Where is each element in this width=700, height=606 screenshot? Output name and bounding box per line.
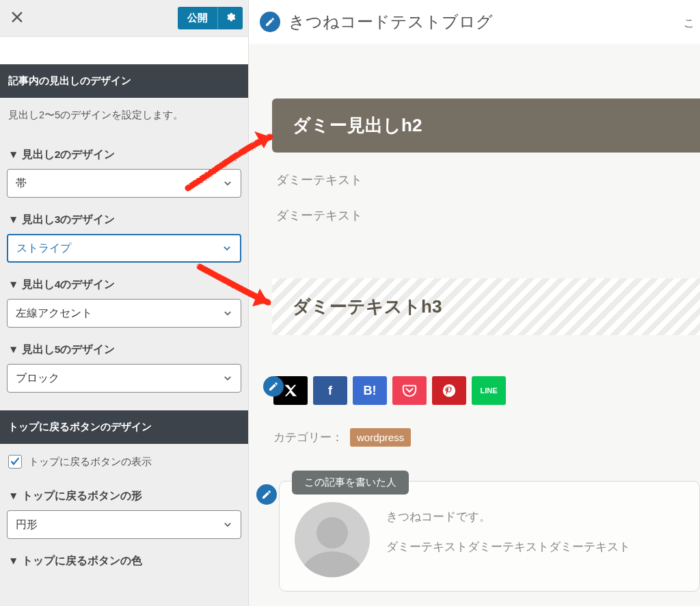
close-icon[interactable]	[11, 10, 23, 27]
chevron-down-icon	[223, 179, 232, 188]
top-button-color-label: ▼ トップに戻るボタンの色	[0, 544, 248, 575]
publish-button[interactable]: 公開	[178, 7, 217, 29]
gear-icon	[225, 13, 236, 25]
chevron-down-icon	[223, 373, 232, 383]
preview-h2: ダミー見出しh2	[272, 98, 700, 153]
line-icon-label: LINE	[480, 386, 497, 395]
svg-point-0	[443, 384, 455, 397]
avatar	[295, 502, 370, 577]
author-line: きつねコードです。	[386, 502, 630, 532]
share-pocket-button[interactable]	[392, 376, 427, 405]
preview-h3: ダミーテキストh3	[272, 278, 700, 335]
h4-design-select[interactable]: 左線アクセント	[7, 299, 241, 328]
show-top-button-checkbox[interactable]	[8, 455, 22, 469]
sidebar-header: 公開	[0, 0, 248, 37]
category-label: カテゴリー：	[273, 430, 343, 445]
publish-button-group: 公開	[178, 7, 243, 29]
show-top-button-label: トップに戻るボタンの表示	[29, 456, 152, 469]
header-right-text: こ	[684, 16, 695, 31]
h3-design-value: ストライプ	[16, 241, 71, 256]
author-text: きつねコードです。 ダミーテキストダミーテキストダミーテキスト	[386, 502, 630, 577]
author-box-title: この記事を書いた人	[292, 471, 409, 495]
top-button-shape-select[interactable]: 円形	[7, 510, 241, 539]
site-title[interactable]: きつねコードテストブログ	[288, 11, 493, 33]
author-line: ダミーテキストダミーテキストダミーテキスト	[386, 532, 630, 562]
category-tag[interactable]: wordpress	[350, 428, 411, 447]
preview-content: ダミー見出しh2 ダミーテキスト ダミーテキスト ダミーテキストh3 f B! …	[249, 44, 700, 592]
preview-header: きつねコードテストブログ こ	[249, 0, 700, 44]
share-pinterest-button[interactable]	[432, 376, 466, 405]
share-hatena-button[interactable]: B!	[353, 376, 387, 405]
preview-paragraph: ダミーテキスト	[276, 172, 700, 188]
heading-design-description: 見出し2〜5のデザインを設定します。	[0, 98, 248, 138]
edit-shortcut-icon[interactable]	[263, 376, 284, 397]
h4-design-label: ▼ 見出し4のデザイン	[0, 268, 248, 299]
section-heading-design: 記事内の見出しのデザイン	[0, 64, 248, 98]
share-line-button[interactable]: LINE	[472, 376, 506, 405]
chevron-down-icon	[223, 308, 232, 318]
top-button-shape-label: ▼ トップに戻るボタンの形	[0, 479, 248, 510]
section-top-button: トップに戻るボタンのデザイン	[0, 410, 248, 444]
show-top-button-row[interactable]: トップに戻るボタンの表示	[0, 444, 248, 479]
category-row: カテゴリー： wordpress	[273, 428, 700, 447]
edit-shortcut-icon[interactable]	[260, 12, 280, 32]
h2-design-select[interactable]: 帯	[7, 169, 241, 198]
author-box: この記事を書いた人 きつねコードです。 ダミーテキストダミーテキストダミーテキス…	[279, 481, 700, 592]
h5-design-label: ▼ 見出し5のデザイン	[0, 333, 248, 364]
share-facebook-button[interactable]: f	[313, 376, 347, 405]
customizer-sidebar: 公開 記事内の見出しのデザイン 見出し2〜5のデザインを設定します。 ▼ 見出し…	[0, 0, 249, 606]
h2-design-label: ▼ 見出し2のデザイン	[0, 138, 248, 169]
chevron-down-icon	[223, 520, 232, 529]
top-button-shape-value: 円形	[16, 518, 38, 532]
h2-design-value: 帯	[16, 176, 27, 191]
search-strip	[0, 37, 248, 64]
h5-design-value: ブロック	[16, 371, 59, 386]
edit-shortcut-icon[interactable]	[256, 484, 277, 505]
chevron-down-icon	[222, 243, 232, 253]
share-buttons: f B! LINE	[273, 376, 700, 405]
preview-pane: きつねコードテストブログ こ ダミー見出しh2 ダミーテキスト ダミーテキスト …	[249, 0, 700, 606]
h3-design-select[interactable]: ストライプ	[7, 234, 241, 263]
h3-design-label: ▼ 見出し3のデザイン	[0, 203, 248, 234]
preview-paragraph: ダミーテキスト	[276, 207, 700, 224]
h4-design-value: 左線アクセント	[16, 306, 92, 321]
publish-settings-button[interactable]	[217, 7, 243, 29]
h5-design-select[interactable]: ブロック	[7, 364, 241, 393]
